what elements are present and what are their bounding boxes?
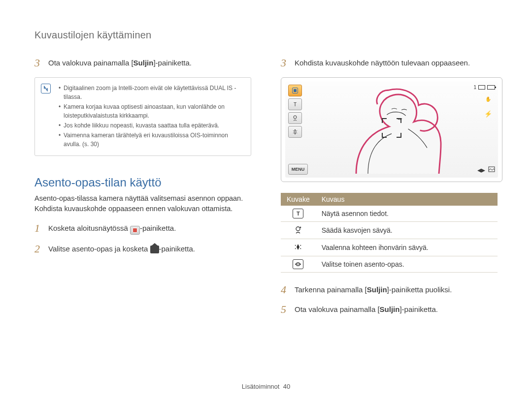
- camera-bottom-row: MENU ◂▸: [288, 164, 495, 175]
- info-button[interactable]: T: [288, 98, 302, 110]
- left-step-2: 2 Valitse asento-opas ja kosketa -painik…: [34, 244, 251, 254]
- right-column: 3 Kohdista kuvauskohde näyttöön tulevaan…: [281, 58, 498, 324]
- cell-desc: Näytä asennon tiedot.: [316, 206, 498, 222]
- text-run: Ota valokuva painamalla [: [295, 305, 380, 313]
- bold-run: Suljin: [367, 285, 387, 294]
- note-box: Digitaalinen zoom ja Intelli-zoom eivät …: [34, 77, 251, 156]
- camera-screen: T 1 ✋ ⚡ MENU: [285, 82, 498, 178]
- flash-icon: ⚡: [481, 108, 495, 120]
- cell-desc: Vaalenna kohteen ihonvärin sävyä.: [316, 239, 498, 256]
- step-text: Valitse asento-opas ja kosketa -painiket…: [48, 244, 195, 254]
- camera-left-buttons: T: [288, 85, 302, 138]
- pose-select-icon: [293, 259, 303, 269]
- svg-point-0: [294, 116, 297, 119]
- text-run: -painiketta.: [159, 245, 195, 253]
- table-row: T Näytä asennon tiedot.: [281, 206, 498, 222]
- table-row: Säädä kasvojen sävyä.: [281, 222, 498, 239]
- step-number: 5: [281, 304, 289, 315]
- step-text: Tarkenna painamalla [Suljin]-painiketta …: [295, 284, 452, 295]
- step-text: Ota valokuva painamalla [Suljin]-painike…: [48, 58, 192, 68]
- hand-icon: ✋: [481, 93, 495, 105]
- text-run: ]-painiketta puoliksi.: [387, 285, 452, 294]
- table-header-row: Kuvake Kuvaus: [281, 193, 498, 206]
- face-tone-icon: [293, 225, 303, 235]
- shot-count: 1: [473, 85, 476, 90]
- step-number: 2: [34, 244, 42, 254]
- page-number: 40: [283, 383, 290, 390]
- col-header-icon: Kuvake: [281, 193, 316, 206]
- note-item: Kamera korjaa kuvaa optisesti ainoastaan…: [59, 102, 244, 120]
- footer-label: Lisätoiminnot: [242, 383, 280, 390]
- right-step-3: 3 Kohdista kuvauskohde näyttöön tulevaan…: [281, 58, 498, 68]
- text-run: Valitse asento-opas ja kosketa: [48, 245, 150, 253]
- right-step-4: 4 Tarkenna painamalla [Suljin]-painikett…: [281, 284, 498, 295]
- left-step-1: 1 Kosketa aloitusnäytössä -painiketta.: [34, 223, 251, 235]
- face-tone-button[interactable]: [288, 112, 302, 124]
- icon-description-table: Kuvake Kuvaus T Näytä asennon tiedot. Sä…: [281, 193, 498, 273]
- step-text: Kosketa aloitusnäytössä -painiketta.: [48, 223, 176, 235]
- pose-guide-mode-icon: [130, 226, 140, 235]
- table-row: Valitse toinen asento-opas.: [281, 256, 498, 273]
- step-text: Ota valokuva painamalla [Suljin]-painike…: [295, 304, 438, 314]
- prev-pose-button[interactable]: ◂▸: [477, 165, 485, 175]
- col-header-desc: Kuvaus: [316, 193, 498, 206]
- battery-icon: [487, 85, 495, 90]
- menu-button[interactable]: MENU: [288, 164, 308, 175]
- svg-rect-1: [489, 167, 495, 172]
- note-list: Digitaalinen zoom ja Intelli-zoom eivät …: [59, 84, 244, 149]
- cell-desc: Valitse toinen asento-opas.: [316, 256, 498, 273]
- content-columns: 3 Ota valokuva painamalla [Suljin]-paini…: [34, 58, 498, 324]
- svg-point-3: [300, 227, 301, 228]
- text-run: ]-painiketta.: [399, 305, 438, 313]
- text-run: Kosketa aloitusnäytössä: [48, 224, 130, 232]
- bold-run: Suljin: [380, 305, 400, 313]
- info-t-icon: T: [293, 209, 303, 218]
- note-item: Digitaalinen zoom ja Intelli-zoom eivät …: [59, 84, 244, 101]
- note-item: Jos kohde liikkuu nopeasti, kuvasta saat…: [59, 121, 244, 130]
- step-number: 4: [281, 284, 289, 295]
- page-footer: Lisätoiminnot 40: [0, 383, 532, 390]
- section-title: Asento-opas-tilan käyttö: [34, 176, 251, 189]
- section-description: Asento-opas-tilassa kamera näyttää valit…: [34, 193, 251, 214]
- focus-brackets: [382, 118, 401, 138]
- text-run: ]-painiketta.: [153, 59, 192, 67]
- note-item: Vaimenna kameran tärähtelyä eri kuvausti…: [59, 131, 244, 149]
- skin-lighten-icon: [293, 242, 303, 252]
- text-run: Tarkenna painamalla [: [295, 285, 367, 294]
- step-number: 3: [34, 58, 42, 68]
- left-step-3: 3 Ota valokuva painamalla [Suljin]-paini…: [34, 58, 251, 68]
- left-column: 3 Ota valokuva painamalla [Suljin]-paini…: [34, 58, 251, 324]
- svg-rect-4: [297, 263, 299, 266]
- bold-run: Suljin: [133, 59, 154, 67]
- step-text: Kohdista kuvauskohde näyttöön tulevaan o…: [295, 58, 470, 68]
- svg-point-2: [296, 227, 300, 231]
- table-row: Vaalenna kohteen ihonvärin sävyä.: [281, 239, 498, 256]
- camera-display: T 1 ✋ ⚡ MENU: [281, 77, 502, 182]
- note-icon: [41, 84, 51, 93]
- status-bar: 1: [473, 85, 495, 90]
- camera-right-indicators: 1 ✋ ⚡: [473, 85, 495, 120]
- text-run: -painiketta.: [140, 224, 176, 232]
- card-icon: [478, 85, 485, 90]
- step-number: 3: [281, 58, 289, 68]
- pose-mode-button[interactable]: [288, 85, 302, 96]
- cell-desc: Säädä kasvojen sävyä.: [316, 222, 498, 239]
- text-run: Ota valokuva painamalla [: [48, 59, 133, 67]
- gallery-button[interactable]: [488, 165, 495, 175]
- home-icon: [150, 246, 159, 253]
- right-step-5: 5 Ota valokuva painamalla [Suljin]-paini…: [281, 304, 498, 315]
- step-number: 1: [34, 223, 42, 234]
- page-section-header: Kuvaustilojen käyttäminen: [34, 30, 498, 41]
- skin-tone-button[interactable]: [288, 126, 302, 138]
